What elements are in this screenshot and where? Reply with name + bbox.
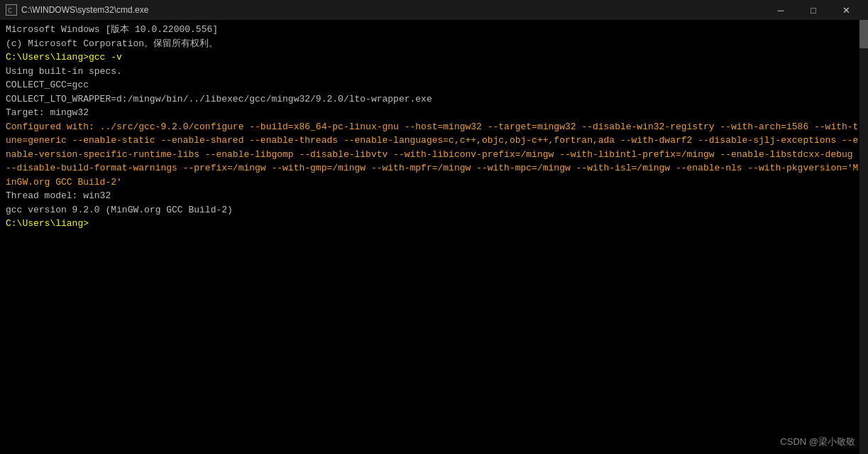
terminal-line: Target: mingw32 bbox=[6, 106, 862, 120]
terminal-line: COLLECT_GCC=gcc bbox=[6, 78, 862, 92]
terminal-line: Microsoft Windows [版本 10.0.22000.556] bbox=[6, 23, 862, 37]
cmd-window: C C:\WINDOWS\system32\cmd.exe ─ □ ✕ Micr… bbox=[0, 0, 868, 454]
terminal-line: COLLECT_LTO_WRAPPER=d:/mingw/bin/../libe… bbox=[6, 92, 862, 107]
terminal-line: C:\Users\liang> bbox=[6, 217, 862, 231]
watermark: CSDN @梁小敬敬 bbox=[780, 436, 855, 448]
terminal-content[interactable]: Microsoft Windows [版本 10.0.22000.556](c)… bbox=[0, 20, 868, 454]
scrollbar-thumb[interactable] bbox=[859, 20, 868, 48]
titlebar-controls: ─ □ ✕ bbox=[764, 0, 862, 20]
terminal-line: (c) Microsoft Corporation。保留所有权利。 bbox=[6, 37, 862, 51]
terminal-line: Configured with: ../src/gcc-9.2.0/config… bbox=[6, 120, 862, 190]
terminal-line: C:\Users\liang>gcc -v bbox=[6, 50, 862, 65]
terminal-line: Thread model: win32 bbox=[6, 189, 862, 203]
terminal-line: Using built-in specs. bbox=[6, 65, 862, 79]
titlebar-title: C:\WINDOWS\system32\cmd.exe bbox=[21, 5, 148, 15]
close-button[interactable]: ✕ bbox=[830, 0, 862, 20]
scrollbar[interactable] bbox=[859, 20, 868, 454]
terminal-line: gcc version 9.2.0 (MinGW.org GCC Build-2… bbox=[6, 203, 862, 217]
cmd-icon: C bbox=[6, 4, 17, 16]
maximize-button[interactable]: □ bbox=[797, 0, 830, 20]
minimize-button[interactable]: ─ bbox=[764, 0, 797, 20]
titlebar-left: C C:\WINDOWS\system32\cmd.exe bbox=[6, 4, 148, 16]
titlebar: C C:\WINDOWS\system32\cmd.exe ─ □ ✕ bbox=[0, 0, 868, 20]
svg-text:C: C bbox=[8, 7, 12, 15]
